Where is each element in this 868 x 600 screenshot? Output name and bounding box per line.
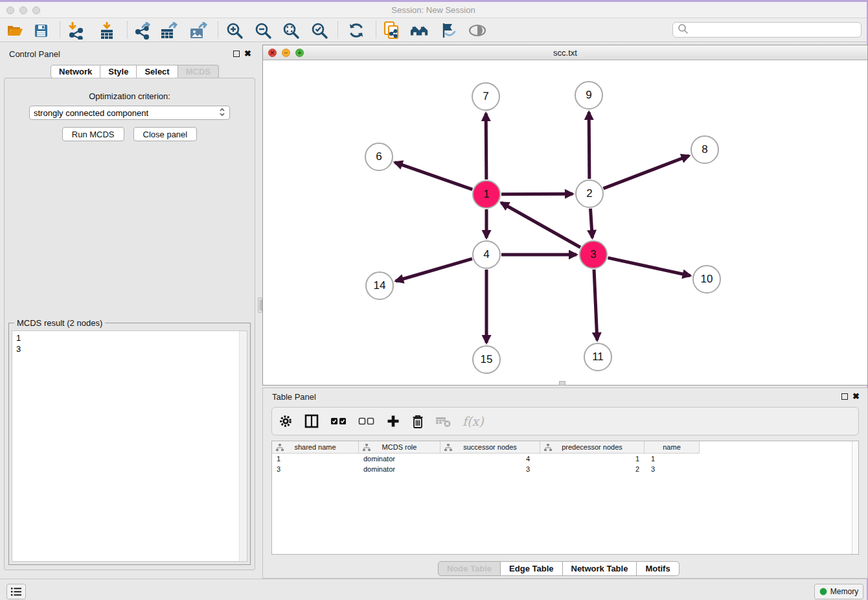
table-row[interactable]: 3dominator323 [272, 464, 700, 474]
zoom-selected-icon[interactable] [310, 21, 329, 40]
save-session-icon[interactable] [31, 21, 51, 40]
result-scrollbar[interactable] [239, 331, 247, 561]
delete-row-icon[interactable] [411, 414, 424, 429]
network-resize-handle[interactable] [559, 381, 565, 386]
zoom-fit-icon[interactable] [281, 21, 301, 40]
network-canvas[interactable]: 7968124314101511 [263, 60, 867, 385]
refresh-network-icon[interactable] [347, 21, 366, 40]
cell-name[interactable]: 1 [645, 454, 700, 464]
edge-1-6[interactable] [395, 163, 473, 190]
close-panel-icon[interactable]: ✖ [244, 51, 251, 57]
tab-edge-table[interactable]: Edge Table [501, 561, 562, 576]
cell-shared-name[interactable]: 3 [272, 464, 359, 474]
mcds-result-list[interactable]: 1 3 [12, 330, 247, 562]
table-settings-icon[interactable] [279, 414, 293, 428]
tab-mcds[interactable]: MCDS [178, 65, 219, 78]
tab-motifs[interactable]: Motifs [637, 561, 679, 576]
list-icon [10, 586, 22, 597]
open-session-icon[interactable] [5, 21, 25, 40]
graph-node-3[interactable]: 3 [579, 240, 608, 269]
search-icon [677, 23, 689, 37]
control-panel-header: Control Panel ✖ [0, 45, 259, 64]
splitter-handle[interactable] [258, 297, 262, 313]
run-mcds-button[interactable]: Run MCDS [62, 127, 124, 141]
tab-style[interactable]: Style [100, 65, 137, 78]
function-builder-icon[interactable]: f(x) [463, 414, 484, 428]
table-scrollbar[interactable] [852, 441, 858, 554]
graph-node-4[interactable]: 4 [472, 240, 501, 269]
cell-MCDS-role[interactable]: dominator [359, 454, 440, 464]
application-window: Session: New Session [0, 0, 868, 600]
close-panel-button[interactable]: Close panel [133, 127, 198, 141]
add-row-icon[interactable] [386, 414, 400, 428]
import-network-icon[interactable] [66, 21, 86, 40]
cell-predecessor-nodes[interactable]: 1 [540, 454, 645, 464]
column-header-name[interactable]: name [645, 441, 700, 454]
table-row[interactable]: 1dominator411 [272, 454, 700, 464]
edge-3-11[interactable] [594, 270, 597, 340]
search-box[interactable] [672, 22, 862, 38]
memory-button[interactable]: Memory [814, 584, 863, 599]
tab-network-table[interactable]: Network Table [563, 561, 637, 576]
toolbar-separator [337, 21, 338, 38]
column-header-predecessor-nodes[interactable]: predecessor nodes [540, 441, 645, 454]
export-network-icon[interactable] [133, 21, 152, 40]
import-table-icon[interactable] [97, 21, 117, 40]
edge-1-7[interactable] [486, 113, 486, 179]
search-input[interactable] [689, 25, 861, 34]
show-panels-button[interactable] [6, 584, 26, 599]
home-layout-icon[interactable] [410, 21, 429, 40]
edge-1-2[interactable] [501, 194, 573, 194]
network-window-titlebar[interactable]: ✕ − + scc.txt [263, 45, 867, 60]
table-toolbar: f(x) [271, 407, 859, 435]
edge-3-1[interactable] [501, 203, 580, 248]
edge-3-10[interactable] [608, 258, 690, 276]
unselect-all-icon[interactable] [358, 417, 375, 426]
graph-node-9[interactable]: 9 [575, 81, 603, 110]
close-table-panel-icon[interactable]: ✖ [852, 393, 860, 400]
table-panel-title: Table Panel [272, 392, 316, 402]
graph-node-8[interactable]: 8 [691, 135, 719, 164]
select-all-icon[interactable] [330, 417, 347, 426]
cell-shared-name[interactable]: 1 [272, 454, 359, 464]
float-panel-icon[interactable] [233, 51, 240, 57]
edge-2-3[interactable] [590, 209, 592, 238]
cell-name[interactable]: 3 [645, 464, 700, 474]
tab-node-table[interactable]: Node Table [438, 561, 501, 576]
cell-successor-nodes[interactable]: 3 [440, 464, 540, 474]
hierarchy-icon [444, 444, 452, 451]
edge-4-14[interactable] [396, 259, 472, 281]
graph-node-2[interactable]: 2 [575, 179, 604, 208]
graph-node-15[interactable]: 15 [472, 345, 501, 374]
graph-node-7[interactable]: 7 [472, 82, 500, 111]
zoom-in-icon[interactable] [225, 21, 244, 40]
export-image-icon[interactable] [188, 21, 208, 40]
mcds-result-title: MCDS result (2 nodes) [14, 318, 105, 328]
graph-node-11[interactable]: 11 [584, 343, 612, 371]
graph-node-14[interactable]: 14 [365, 271, 394, 300]
node-table[interactable]: shared nameMCDS rolesuccessor nodesprede… [271, 441, 859, 555]
status-bar: Memory [0, 579, 867, 600]
show-columns-icon[interactable] [304, 413, 319, 429]
column-header-shared-name[interactable]: shared name [272, 441, 359, 454]
float-table-panel-icon[interactable] [841, 393, 848, 400]
delete-table-icon[interactable] [435, 414, 451, 428]
graph-node-6[interactable]: 6 [365, 143, 393, 171]
edge-2-9[interactable] [589, 112, 589, 179]
cell-predecessor-nodes[interactable]: 2 [540, 464, 645, 474]
zoom-out-icon[interactable] [253, 21, 273, 40]
tab-select[interactable]: Select [137, 65, 177, 78]
export-table-icon[interactable] [159, 21, 179, 40]
graph-node-10[interactable]: 10 [692, 265, 721, 294]
graph-node-1[interactable]: 1 [472, 180, 501, 209]
show-graphics-details-icon[interactable] [468, 21, 487, 40]
optimization-criterion-dropdown[interactable]: strongly connected component [29, 106, 230, 120]
cell-successor-nodes[interactable]: 4 [440, 454, 540, 464]
column-header-successor-nodes[interactable]: successor nodes [440, 441, 540, 454]
edge-2-8[interactable] [603, 156, 689, 189]
duplicate-network-icon[interactable] [382, 21, 402, 40]
column-header-MCDS-role[interactable]: MCDS role [359, 441, 440, 454]
cell-MCDS-role[interactable]: dominator [359, 464, 440, 474]
tab-network[interactable]: Network [51, 65, 100, 78]
hide-graphics-details-icon[interactable] [439, 21, 458, 40]
